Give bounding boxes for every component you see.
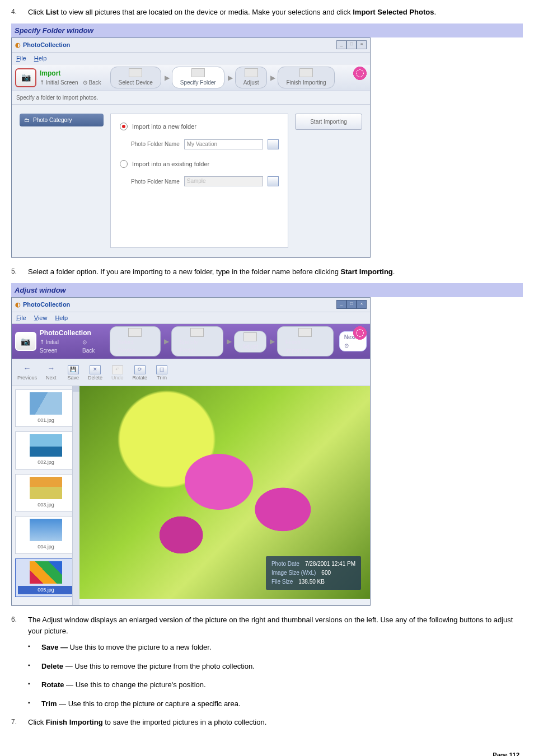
nav-group: ←Previous →Next (17, 363, 57, 382)
menu-help[interactable]: Help (55, 313, 68, 323)
rotate-icon: ⟳ (134, 365, 146, 374)
step-text: The Adjust window displays an enlarged v… (28, 614, 523, 636)
bullet-icon: ▪ (28, 679, 41, 691)
thumbnail-item[interactable]: 002.jpg (15, 431, 77, 469)
thumbnail-item-selected[interactable]: 005.jpg (15, 558, 77, 598)
maximize-button[interactable]: □ (346, 40, 357, 49)
back-link[interactable]: ⊙ Back (83, 78, 101, 87)
device-icon (129, 68, 142, 77)
radio-existing-folder[interactable]: Import into an existing folder (120, 159, 279, 169)
pill-specify-folder[interactable]: Specify Folder (171, 326, 224, 356)
bullet-label: Rotate (41, 680, 64, 689)
scroll-up-icon (73, 386, 79, 392)
decorative-flower-icon (352, 65, 368, 81)
minimize-button[interactable]: _ (336, 40, 346, 49)
adjust-buttons-list: ▪ Save — Use this to move the picture to… (28, 642, 523, 709)
meta-key: Image Size (WxL) (271, 569, 316, 577)
thumbnail-item[interactable]: 001.jpg (15, 389, 77, 428)
scrollbar[interactable] (72, 386, 79, 605)
import-icon: 📷 (15, 68, 36, 87)
browse-new-button[interactable] (268, 139, 279, 149)
close-button[interactable]: × (357, 300, 367, 309)
trim-icon: ◫ (156, 365, 167, 374)
new-folder-name-input[interactable]: My Vacation (184, 139, 263, 149)
folder-category-icon: 🗀 (24, 116, 30, 124)
arrow-icon: ▶ (228, 73, 233, 83)
thumbnail-image (30, 434, 62, 457)
adjust-body: 001.jpg 002.jpg 003.jpg 004.jpg 005.jpg … (12, 386, 370, 605)
instruction-text: Specify a folder to import photos. (12, 91, 370, 105)
undo-icon: ↶ (112, 365, 123, 374)
pill-finish-importing[interactable]: Finish Importing (277, 326, 334, 356)
decorative-flower-icon (352, 325, 368, 341)
initial-screen-link[interactable]: ⤒ Initial Screen (40, 338, 78, 355)
step-6: 6. The Adjust window displays an enlarge… (11, 614, 523, 636)
menu-file[interactable]: File (16, 313, 26, 323)
radio-new-folder[interactable]: Import into a new folder (120, 122, 279, 132)
category-panel: 🗀 Photo Category (20, 114, 104, 248)
photo-category-label[interactable]: 🗀 Photo Category (20, 114, 104, 126)
step-number: 4. (11, 7, 28, 18)
thumbnail-image (30, 392, 62, 415)
bullet-label: Delete (41, 662, 63, 670)
save-icon: 💾 (68, 365, 79, 374)
menu-view[interactable]: View (34, 313, 48, 323)
step-number: 5. (11, 266, 28, 278)
arrow-icon: ▶ (270, 73, 275, 83)
specify-folder-window: ◐ PhotoCollection _ □ × File Help 📷 Impo… (11, 37, 371, 257)
pill-adjust[interactable]: Adjust (234, 331, 266, 353)
photo-metadata-overlay: Photo Date7/28/2001 12:41 PM Image Size … (266, 556, 361, 590)
previous-button[interactable]: ←Previous (17, 363, 37, 382)
meta-value: 138.50 KB (298, 577, 325, 586)
app-logo-icon: ◐ (15, 40, 21, 50)
bullet-icon: ▪ (28, 642, 41, 653)
titlebar: ◐ PhotoCollection _ □ × (12, 298, 370, 312)
rotate-button[interactable]: ⟳Rotate (133, 365, 148, 382)
step-text: Select a folder option. If you are impor… (28, 266, 523, 278)
close-button[interactable]: × (357, 40, 367, 49)
arrow-icon: ▶ (270, 336, 275, 346)
folder-name-label: Photo Folder Name (131, 140, 180, 148)
adjust-icon (245, 68, 258, 77)
trim-button[interactable]: ◫Trim (156, 365, 167, 382)
minimize-button[interactable]: _ (336, 300, 346, 309)
back-link[interactable]: ⊙ Back (82, 338, 101, 355)
step-text: Click Finish Importing to save the impor… (28, 717, 523, 728)
pill-select-device[interactable]: Select Device (110, 326, 161, 356)
existing-folder-name-row: Photo Folder Name Sample (131, 176, 279, 186)
device-icon (128, 328, 142, 337)
menu-help[interactable]: Help (34, 54, 47, 63)
maximize-button[interactable]: □ (346, 300, 357, 309)
adjust-window: ◐ PhotoCollection _ □ × File View Help 📷… (11, 297, 371, 605)
menu-file[interactable]: File (16, 54, 26, 63)
save-button[interactable]: 💾Save (68, 365, 79, 382)
wizard-title: Import (40, 68, 101, 78)
pill-finish-importing[interactable]: Finish Importing (278, 67, 334, 88)
next-button[interactable]: →Next (46, 363, 57, 382)
delete-icon: ✕ (90, 365, 101, 374)
meta-value: 600 (321, 569, 331, 577)
list-item: ▪ Rotate — Use this to change the pictur… (28, 679, 523, 691)
arrow-icon: ▶ (164, 336, 169, 346)
bullet-label: Save — (41, 643, 68, 651)
meta-key: Photo Date (271, 560, 299, 569)
app-logo-icon: ◐ (15, 300, 21, 309)
caption-adjust-window: Adjust window (11, 283, 523, 298)
initial-screen-link[interactable]: ⤒ Initial Screen (40, 78, 78, 87)
arrow-icon: ▶ (165, 73, 170, 83)
menu-bar: File View Help (12, 312, 370, 325)
caption-specify-folder: Specify Folder window (11, 24, 523, 38)
start-importing-button[interactable]: Start Importing (295, 114, 362, 130)
pill-specify-folder[interactable]: Specify Folder (172, 67, 224, 88)
thumbnail-item[interactable]: 003.jpg (15, 474, 77, 512)
pill-adjust[interactable]: Adjust (235, 67, 268, 88)
step-7: 7. Click Finish Importing to save the im… (11, 717, 523, 728)
action-group: 💾Save ✕Delete ↶Undo ⟳Rotate ◫Trim (68, 365, 168, 382)
browse-existing-button[interactable] (268, 176, 279, 186)
step-text: Click List to view all pictures that are… (28, 7, 523, 18)
pill-select-device[interactable]: Select Device (110, 67, 161, 88)
list-item: ▪ Save — Use this to move the picture to… (28, 642, 523, 653)
delete-button[interactable]: ✕Delete (88, 365, 102, 382)
folder-icon (190, 328, 204, 337)
thumbnail-item[interactable]: 004.jpg (15, 516, 77, 554)
